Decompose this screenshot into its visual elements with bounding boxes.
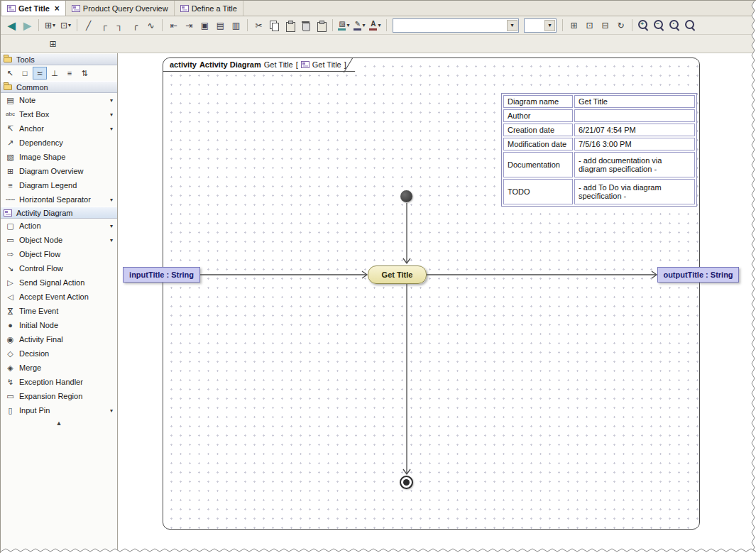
font-color-button[interactable]: A▾ xyxy=(368,18,383,33)
frame-diagram-type: Activity Diagram xyxy=(199,60,261,69)
align-bottom-tool[interactable]: ⊥ xyxy=(48,67,62,80)
chevron-down-icon[interactable]: ▾ xyxy=(110,111,114,118)
palette-item-exception-handler[interactable]: ↯ Exception Handler xyxy=(1,375,117,389)
info-label: Creation date xyxy=(503,124,573,136)
select-tool[interactable]: ↖ xyxy=(3,67,17,80)
zoom-combo-box[interactable]: ▾ xyxy=(524,18,557,33)
bent-path-button[interactable]: ┐ xyxy=(112,18,127,33)
same-size-button[interactable]: ▥ xyxy=(229,18,243,33)
chevron-down-icon[interactable]: ▾ xyxy=(544,20,555,31)
containment-tree-button[interactable]: ⊞ xyxy=(45,36,60,51)
diagram-info-table[interactable]: Diagram name Get Title Author Creation d… xyxy=(501,93,697,207)
delete-button[interactable] xyxy=(298,18,313,33)
activity-final-node[interactable] xyxy=(400,476,413,489)
rectilinear-path-button[interactable]: ┌ xyxy=(97,18,111,33)
palette-item-diagram-overview[interactable]: ⊞ Diagram Overview xyxy=(1,164,117,178)
cursor-icon: ↖ xyxy=(6,69,13,78)
frame-ref-name: Get Title xyxy=(312,60,341,69)
snap-link-tool[interactable]: ≍ xyxy=(33,67,47,80)
align-shapes-button[interactable]: ▣ xyxy=(197,18,212,33)
chevron-down-icon[interactable]: ▾ xyxy=(110,407,114,414)
back-button[interactable]: ◀ xyxy=(4,18,19,33)
same-size-icon: ▥ xyxy=(232,21,240,30)
grid-icon: ⊟ xyxy=(601,21,608,30)
merge-icon: ◈ xyxy=(5,364,16,372)
info-value: - add documentation via diagram specific… xyxy=(574,152,695,177)
group-select-tool[interactable]: □ xyxy=(18,67,32,80)
fill-color-button[interactable]: ▨▾ xyxy=(336,18,351,33)
palette-item-expansion-region[interactable]: ▭ Expansion Region xyxy=(1,389,117,403)
distribute-tool[interactable]: ≡ xyxy=(62,67,77,80)
zoom-fit-button[interactable]: ▪ xyxy=(667,18,682,33)
palette-item-merge[interactable]: ◈ Merge xyxy=(1,361,117,375)
tab-get-title[interactable]: Get Title × xyxy=(1,0,66,16)
close-tab-icon[interactable]: × xyxy=(55,4,60,13)
initial-node-icon: ● xyxy=(5,322,16,329)
swimlane-button[interactable]: ⇤ xyxy=(166,18,181,33)
palette-header-common[interactable]: Common xyxy=(1,81,117,93)
toolbar-separator xyxy=(632,19,632,31)
palette-header-tools[interactable]: Tools xyxy=(1,53,117,65)
palette-item-control-flow[interactable]: ↘ Control Flow xyxy=(1,261,117,275)
palette-item-text-box[interactable]: abc Text Box ▾ xyxy=(1,107,117,121)
palette-item-anchor[interactable]: ↸ Anchor ▾ xyxy=(1,121,117,136)
chevron-down-icon: ▾ xyxy=(53,23,55,28)
palette-item-horizontal-separator[interactable]: ┄┄ Horizontal Separator ▾ xyxy=(1,192,117,207)
forward-button[interactable]: ▶ xyxy=(20,18,35,33)
palette-item-send-signal-action[interactable]: ▷ Send Signal Action xyxy=(1,275,117,290)
palette-item-object-flow[interactable]: ⇨ Object Flow xyxy=(1,247,117,261)
refresh-button[interactable]: ↻ xyxy=(613,18,628,33)
style-combo-box[interactable]: ▾ xyxy=(393,18,519,33)
object-node-label: inputTitle : String xyxy=(129,270,194,279)
tab-product-query-overview[interactable]: Product Query Overview xyxy=(66,1,175,16)
action-node-get-title[interactable]: Get Title xyxy=(368,265,427,284)
chevron-down-icon[interactable]: ▾ xyxy=(507,20,517,31)
chevron-down-icon[interactable]: ▾ xyxy=(110,126,114,132)
diagram-tree-button[interactable]: ⊞▾ xyxy=(43,18,57,33)
reorder-tool[interactable]: ⇅ xyxy=(77,67,92,80)
frame-header[interactable]: activity Activity Diagram Get Title [ Ge… xyxy=(163,58,363,72)
object-node-input-title[interactable]: inputTitle : String xyxy=(123,267,200,283)
palette-item-object-node[interactable]: ▭ Object Node ▾ xyxy=(1,233,117,247)
copy-button[interactable] xyxy=(267,18,282,33)
partition-button[interactable]: ⇥ xyxy=(182,18,197,33)
zoom-out-button[interactable]: − xyxy=(652,18,667,33)
spline-path-button[interactable]: ∿ xyxy=(143,18,158,33)
diagram-canvas[interactable]: activity Activity Diagram Get Title [ Ge… xyxy=(119,53,756,553)
palette-item-image-shape[interactable]: ▧ Image Shape xyxy=(1,150,117,164)
zoom-reset-button[interactable] xyxy=(683,18,698,33)
initial-node[interactable] xyxy=(400,190,412,202)
add-to-favorites-button[interactable]: ⊡ xyxy=(582,18,597,33)
palette-header-activity-diagram[interactable]: Activity Diagram xyxy=(1,207,117,219)
palette-item-activity-final[interactable]: ◉ Activity Final xyxy=(1,332,117,346)
palette-item-decision[interactable]: ◇ Decision xyxy=(1,346,117,361)
palette-item-diagram-legend[interactable]: ≡ Diagram Legend xyxy=(1,178,117,192)
palette-item-input-pin[interactable]: ▯ Input Pin ▾ xyxy=(1,403,117,417)
chevron-down-icon[interactable]: ▾ xyxy=(110,97,114,104)
chevron-down-icon[interactable]: ▾ xyxy=(110,237,114,243)
show-grid-button[interactable]: ⊟ xyxy=(598,18,613,33)
related-elements-button[interactable]: ⊡▾ xyxy=(58,18,73,33)
distribute-shapes-button[interactable]: ▤ xyxy=(213,18,228,33)
chevron-down-icon[interactable]: ▾ xyxy=(110,197,114,203)
zoom-in-button[interactable]: + xyxy=(636,18,651,33)
line-color-button[interactable]: ✎▾ xyxy=(352,18,367,33)
oblique-path-button[interactable]: ╱ xyxy=(81,18,96,33)
palette-item-accept-event-action[interactable]: ◁ Accept Event Action xyxy=(1,290,117,304)
bent-path-icon: ┐ xyxy=(116,21,123,30)
cut-button[interactable]: ✂ xyxy=(251,18,266,33)
paste-button[interactable] xyxy=(283,18,297,33)
palette-item-initial-node[interactable]: ● Initial Node xyxy=(1,318,117,332)
palette-item-note[interactable]: ▤ Note ▾ xyxy=(1,93,117,107)
frame-keyword: activity xyxy=(170,60,197,69)
tab-define-a-title[interactable]: Define a Title xyxy=(175,1,243,16)
save-as-image-button[interactable]: ⊞ xyxy=(566,18,581,33)
palette-item-dependency[interactable]: ↗ Dependency xyxy=(1,136,117,150)
rounded-path-button[interactable]: ╭ xyxy=(128,18,143,33)
palette-item-time-event[interactable]: ⋈ Time Event xyxy=(1,304,117,318)
object-node-output-title[interactable]: outputTitle : String xyxy=(657,267,739,283)
paste-special-button[interactable] xyxy=(314,18,329,33)
chevron-down-icon[interactable]: ▾ xyxy=(110,223,114,229)
palette-item-action[interactable]: ▢ Action ▾ xyxy=(1,219,117,233)
palette-collapse-button[interactable]: ▲ xyxy=(1,417,117,428)
